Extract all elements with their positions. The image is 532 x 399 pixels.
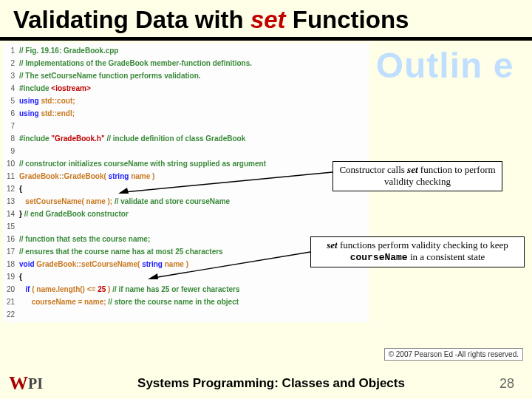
line-number: 2 (3, 57, 19, 69)
line-number: 22 (3, 308, 19, 321)
code-text: GradeBook::GradeBook( string name ) (19, 170, 369, 183)
line-number: 14 (3, 208, 19, 220)
code-text: // Implementations of the GradeBook memb… (19, 57, 369, 69)
wpi-logo: W PI (9, 374, 55, 393)
line-number: 4 (3, 82, 19, 95)
code-line: 22 (3, 308, 369, 321)
line-number: 21 (3, 296, 19, 308)
callout2-mono: courseName (350, 252, 408, 263)
code-line: 15 (3, 220, 369, 233)
footer-title: Systems Programming: Classes and Objects (55, 376, 488, 391)
code-text: setCourseName( name ); // validate and s… (19, 195, 369, 208)
code-text: #include <iostream> (19, 82, 369, 95)
code-text: // constructor initializes courseName wi… (19, 157, 369, 170)
callout2-text-a: functions perform validity checking to k… (338, 239, 508, 250)
callout1-set: set (407, 164, 417, 175)
line-number: 17 (3, 245, 19, 258)
code-text (19, 220, 369, 233)
code-listing: 1// Fig. 19.16: GradeBook.cpp2// Impleme… (3, 43, 369, 322)
code-line: 7 (3, 120, 369, 132)
code-text: #include "GradeBook.h" // include defini… (19, 132, 369, 145)
line-number: 11 (3, 170, 19, 183)
callout2-set: set (327, 239, 337, 250)
line-number: 1 (3, 44, 19, 57)
title-set: set (250, 6, 286, 33)
code-line: 4#include <iostream> (3, 82, 369, 95)
code-text: // Fig. 19.16: GradeBook.cpp (19, 44, 369, 57)
slide-title: Validating Data with set Functions (0, 0, 532, 37)
line-number: 10 (3, 157, 19, 170)
code-line: 1// Fig. 19.16: GradeBook.cpp (3, 44, 369, 57)
line-number: 13 (3, 195, 19, 208)
code-line: 9 (3, 145, 369, 157)
code-text: courseName = name; // store the course n… (19, 296, 369, 308)
code-line: 19{ (3, 270, 369, 283)
callout2-text-b: in a consistent state (408, 251, 485, 262)
code-text (19, 120, 369, 132)
copyright-notice: © 2007 Pearson Ed -All rights reserved. (384, 348, 523, 361)
code-text: // The setCourseName function performs v… (19, 69, 369, 82)
code-text: using std::endl; (19, 107, 369, 120)
code-line: 10// constructor initializes courseName … (3, 157, 369, 170)
code-line: 6using std::endl; (3, 107, 369, 120)
page-number: 28 (488, 376, 532, 392)
code-line: 21 courseName = name; // store the cours… (3, 296, 369, 308)
code-line: 5using std::cout; (3, 95, 369, 107)
callout-setfunction: set functions perform validity checking … (310, 236, 525, 267)
code-text (19, 145, 369, 157)
slide-footer: W PI Systems Programming: Classes and Ob… (0, 368, 532, 399)
code-text: { (19, 183, 369, 195)
title-prefix: Validating Data with (13, 6, 250, 33)
line-number: 15 (3, 220, 19, 233)
line-number: 6 (3, 107, 19, 120)
code-line: 11GradeBook::GradeBook( string name ) (3, 170, 369, 183)
line-number: 5 (3, 95, 19, 107)
line-number: 12 (3, 183, 19, 195)
callout-constructor: Constructor calls set function to perfor… (332, 161, 502, 191)
line-number: 8 (3, 132, 19, 145)
code-line: 20 if ( name.length() <= 25 ) // if name… (3, 283, 369, 296)
callout1-text-a: Constructor calls (339, 164, 407, 175)
line-number: 7 (3, 120, 19, 132)
code-text (19, 308, 369, 321)
title-suffix: Functions (286, 6, 409, 33)
line-number: 19 (3, 270, 19, 283)
code-line: 8#include "GradeBook.h" // include defin… (3, 132, 369, 145)
line-number: 9 (3, 145, 19, 157)
line-number: 16 (3, 233, 19, 245)
code-text: } // end GradeBook constructor (19, 208, 369, 220)
logo-pi: PI (28, 375, 43, 392)
line-number: 20 (3, 283, 19, 296)
code-line: 13 setCourseName( name ); // validate an… (3, 195, 369, 208)
outline-watermark: Outlin e (371, 48, 519, 83)
code-line: 12{ (3, 183, 369, 195)
code-line: 2// Implementations of the GradeBook mem… (3, 57, 369, 69)
code-text: if ( name.length() <= 25 ) // if name ha… (19, 283, 369, 296)
line-number: 18 (3, 258, 19, 270)
title-underline (0, 37, 532, 41)
line-number: 3 (3, 69, 19, 82)
code-line: 3// The setCourseName function performs … (3, 69, 369, 82)
code-text: { (19, 270, 369, 283)
code-text: using std::cout; (19, 95, 369, 107)
code-line: 14} // end GradeBook constructor (3, 208, 369, 220)
logo-w: W (9, 372, 28, 395)
